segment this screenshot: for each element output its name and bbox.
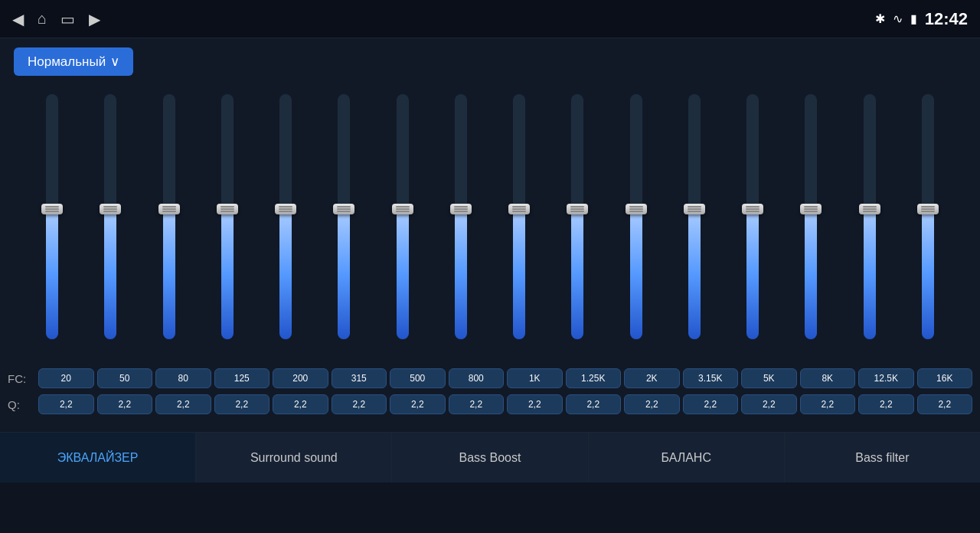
q-button-11[interactable]: 2,2 [683,394,739,414]
slider-column-6 [374,82,432,365]
slider-column-5 [315,82,373,365]
slider-handle-9[interactable] [567,204,588,214]
q-button-9[interactable]: 2,2 [566,394,622,414]
slider-track-0[interactable] [46,94,58,339]
q-button-12[interactable]: 2,2 [741,394,797,414]
tab-surround-sound[interactable]: Surround sound [196,433,392,482]
slider-fill-6 [397,209,409,339]
home-button[interactable]: ⌂ [38,10,47,28]
slider-fill-5 [338,209,350,339]
fc-button-9[interactable]: 1.25K [566,368,622,388]
slider-handle-12[interactable] [742,204,763,214]
slider-fill-7 [455,209,467,339]
slider-track-3[interactable] [221,94,234,339]
play-button[interactable]: ▶ [89,10,100,28]
slider-handle-8[interactable] [508,204,530,214]
slider-fill-0 [46,209,58,339]
fc-button-2[interactable]: 80 [155,368,211,388]
fc-button-7[interactable]: 800 [449,368,505,388]
fc-button-10[interactable]: 2K [624,368,680,388]
tab-bass-filter[interactable]: Bass filter [785,433,980,482]
slider-track-1[interactable] [104,94,116,339]
slider-fill-2 [163,209,175,339]
fc-button-0[interactable]: 20 [38,368,94,388]
slider-track-13[interactable] [805,94,817,339]
slider-track-14[interactable] [864,94,876,339]
q-button-5[interactable]: 2,2 [332,394,387,414]
fc-button-13[interactable]: 8K [800,368,856,388]
slider-track-15[interactable] [922,94,934,339]
fc-button-8[interactable]: 1K [507,368,563,388]
slider-track-9[interactable] [571,94,583,339]
slider-handle-15[interactable] [917,204,939,214]
slider-track-7[interactable] [455,94,467,339]
slider-fill-11 [688,209,701,339]
fc-button-14[interactable]: 12.5K [858,368,914,388]
back-button[interactable]: ◀ [12,10,24,28]
slider-column-4 [256,82,315,365]
slider-column-3 [198,82,256,365]
q-button-1[interactable]: 2,2 [97,394,153,414]
slider-handle-3[interactable] [217,204,238,214]
nav-controls: ◀ ⌂ ▭ ▶ [12,10,100,28]
preset-dropdown-button[interactable]: Нормальный ∨ [14,47,133,76]
slider-handle-4[interactable] [275,204,296,214]
window-button[interactable]: ▭ [60,10,75,28]
slider-track-4[interactable] [279,94,292,339]
slider-track-2[interactable] [163,94,175,339]
slider-column-11 [665,82,724,365]
slider-column-13 [782,82,840,365]
equalizer-sliders [0,82,980,365]
fc-button-12[interactable]: 5K [741,368,797,388]
fc-button-5[interactable]: 315 [332,368,387,388]
slider-fill-15 [922,209,934,339]
fc-button-1[interactable]: 50 [97,368,153,388]
slider-fill-9 [571,209,583,339]
q-button-10[interactable]: 2,2 [624,394,680,414]
q-button-7[interactable]: 2,2 [449,394,505,414]
slider-handle-13[interactable] [800,204,822,214]
q-button-14[interactable]: 2,2 [858,394,914,414]
clock: 12:42 [925,9,968,29]
wifi-icon: ∿ [893,11,903,26]
slider-fill-14 [864,209,876,339]
slider-handle-14[interactable] [859,204,880,214]
q-button-2[interactable]: 2,2 [155,394,211,414]
q-button-15[interactable]: 2,2 [917,394,973,414]
q-button-3[interactable]: 2,2 [214,394,270,414]
slider-handle-1[interactable] [100,204,121,214]
slider-track-6[interactable] [397,94,409,339]
q-button-6[interactable]: 2,2 [390,394,446,414]
slider-handle-6[interactable] [392,204,413,214]
slider-column-12 [724,82,782,365]
slider-handle-11[interactable] [684,204,705,214]
slider-column-8 [490,82,548,365]
fc-button-3[interactable]: 125 [214,368,270,388]
slider-track-12[interactable] [746,94,759,339]
q-button-8[interactable]: 2,2 [507,394,563,414]
fc-button-11[interactable]: 3.15K [683,368,739,388]
fc-button-4[interactable]: 200 [273,368,328,388]
slider-column-15 [899,82,957,365]
fc-values: 2050801252003155008001K1.25K2K3.15K5K8K1… [38,368,972,388]
slider-fill-10 [630,209,642,339]
fc-button-6[interactable]: 500 [390,368,446,388]
tab-баланс[interactable]: БАЛАНС [589,433,785,482]
slider-handle-7[interactable] [450,204,472,214]
slider-handle-10[interactable] [626,204,647,214]
slider-track-5[interactable] [338,94,350,339]
slider-handle-0[interactable] [41,204,63,214]
slider-track-10[interactable] [630,94,642,339]
status-bar: ◀ ⌂ ▭ ▶ ✱ ∿ ▮ 12:42 [0,0,980,38]
fc-button-15[interactable]: 16K [917,368,973,388]
q-button-0[interactable]: 2,2 [38,394,94,414]
slider-track-8[interactable] [513,94,525,339]
q-button-13[interactable]: 2,2 [800,394,856,414]
slider-handle-5[interactable] [333,204,354,214]
slider-track-11[interactable] [688,94,701,339]
q-button-4[interactable]: 2,2 [273,394,328,414]
slider-fill-4 [279,209,292,339]
tab-bass-boost[interactable]: Bass Boost [392,433,588,482]
tab-эквалайзер[interactable]: ЭКВАЛАЙЗЕР [0,433,196,482]
slider-handle-2[interactable] [158,204,180,214]
